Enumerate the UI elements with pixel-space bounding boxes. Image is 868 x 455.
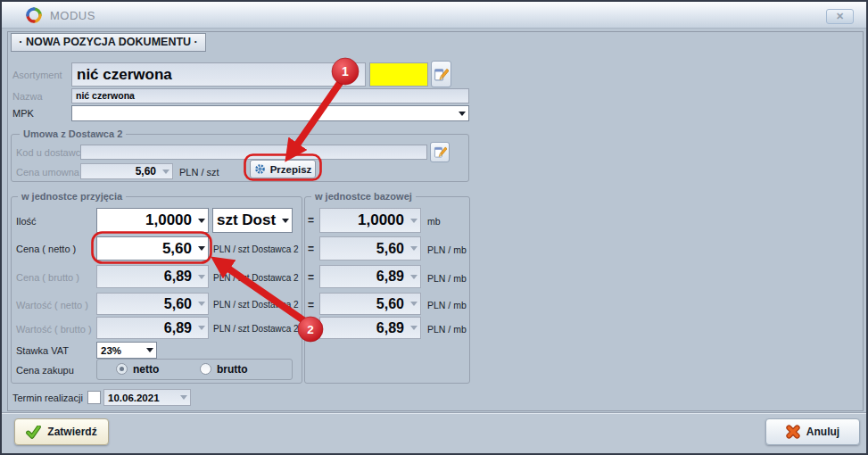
przepisz-button[interactable]: Przepisz — [250, 160, 316, 178]
ilosc-combo[interactable]: 1,0000 — [96, 208, 209, 233]
modus-dialog: MODUS ✕ · NOWA POZYCJA DOKUMENTU · Asort… — [0, 0, 868, 455]
radio-netto[interactable] — [116, 363, 128, 375]
bazowa-wartosc-brutto-unit: PLN / mb — [427, 324, 467, 335]
cena-umowna-combo: 5,60 — [80, 163, 173, 179]
chevron-down-icon — [195, 326, 208, 330]
chevron-down-icon — [279, 219, 292, 223]
bazowa-ilosc-unit: mb — [427, 216, 441, 227]
window-title: MODUS — [50, 9, 95, 22]
bazowa-group-title: w jednostce bazowej — [311, 191, 416, 202]
asortyment-color-field[interactable] — [369, 62, 428, 87]
cena-umowna-label: Cena umowna — [16, 167, 79, 178]
nazwa-field[interactable]: nić czerwona — [71, 88, 469, 103]
cena-netto-unit: PLN / szt Dostawca 2 — [213, 244, 299, 254]
chevron-down-icon — [178, 395, 190, 400]
modus-logo-icon — [25, 6, 43, 24]
cena-brutto-value: 6,89 — [97, 269, 195, 285]
chevron-down-icon — [408, 302, 420, 306]
zatwierdz-button[interactable]: Zatwierdź — [14, 418, 109, 445]
chevron-down-icon — [408, 275, 420, 279]
ilosc-unit-combo[interactable]: szt Dost — [212, 208, 293, 233]
mpk-dropdown[interactable] — [71, 105, 469, 121]
chevron-down-icon — [160, 170, 172, 174]
termin-date-combo: 10.06.2021 — [103, 389, 191, 406]
chevron-down-icon — [456, 112, 468, 116]
close-button[interactable]: ✕ — [826, 9, 854, 24]
radio-brutto[interactable] — [200, 363, 211, 375]
umowa-group-title: Umowa z Dostawca 2 — [20, 128, 126, 139]
ilosc-unit-value: szt Dost — [213, 211, 279, 229]
termin-checkbox[interactable] — [87, 391, 101, 404]
wartosc-brutto-combo: 6,89 — [96, 317, 209, 339]
cena-netto-combo[interactable]: 5,60 — [96, 236, 209, 261]
bazowa-cena-brutto-combo: 6,89 — [319, 265, 421, 288]
radio-netto-label: netto — [133, 363, 159, 376]
cena-netto-value: 5,60 — [97, 240, 195, 258]
cena-umowna-value: 5,60 — [81, 165, 160, 178]
bazowa-cena-brutto-value: 6,89 — [320, 269, 408, 285]
bazowa-wartosc-netto-combo: 5,60 — [319, 293, 421, 315]
cena-brutto-unit: PLN / szt Dostawca 2 — [213, 273, 299, 283]
footer-bar — [2, 412, 866, 453]
bazowa-ilosc-combo: 1,0000 — [319, 208, 421, 233]
radio-brutto-label: brutto — [217, 363, 248, 376]
title-bar: MODUS ✕ — [2, 2, 866, 29]
chevron-down-icon — [144, 348, 156, 352]
cena-brutto-label: Cena ( brutto ) — [16, 272, 79, 283]
edit-note-icon — [434, 67, 449, 82]
stawka-vat-dropdown[interactable]: 23% — [96, 342, 157, 359]
chevron-down-icon — [195, 246, 208, 251]
equals-sign: = — [308, 214, 314, 227]
wartosc-brutto-unit: PLN / szt Dostawca 2 — [213, 324, 299, 334]
asortyment-label: Asortyment — [12, 70, 62, 80]
edit-note-icon — [434, 145, 447, 159]
cena-netto-label: Cena ( netto ) — [16, 244, 76, 254]
wartosc-netto-value: 5,60 — [97, 296, 195, 312]
bazowa-wartosc-brutto-combo: 6,89 — [319, 317, 421, 339]
wartosc-netto-unit: PLN / szt Dostawca 2 — [213, 300, 299, 310]
chevron-down-icon — [408, 326, 420, 330]
wartosc-brutto-label: Wartość ( brutto ) — [16, 324, 92, 335]
asortyment-edit-button[interactable] — [431, 61, 451, 87]
bazowa-cena-brutto-unit: PLN / mb — [427, 273, 467, 284]
wartosc-netto-combo: 5,60 — [96, 293, 209, 315]
equals-sign: = — [308, 323, 314, 335]
nazwa-label: Nazwa — [12, 91, 43, 102]
mpk-label: MPK — [12, 108, 34, 119]
przepisz-label: Przepisz — [270, 164, 312, 175]
bazowa-cena-netto-combo: 5,60 — [319, 236, 421, 261]
bazowa-ilosc-value: 1,0000 — [320, 211, 408, 229]
equals-sign: = — [308, 243, 314, 255]
anuluj-button[interactable]: Anuluj — [765, 418, 860, 445]
equals-sign: = — [308, 271, 314, 284]
chevron-down-icon — [195, 219, 208, 223]
wartosc-brutto-value: 6,89 — [97, 320, 195, 336]
cancel-x-icon — [786, 425, 800, 439]
kod-u-dostawcy-field[interactable] — [80, 145, 427, 160]
ilosc-value: 1,0000 — [97, 211, 195, 229]
cena-umowna-unit: PLN / szt — [179, 167, 219, 178]
cena-zakupu-label: Cena zakupu — [16, 365, 74, 376]
bazowa-cena-netto-unit: PLN / mb — [427, 244, 467, 255]
chevron-down-icon — [195, 275, 208, 279]
equals-sign: = — [308, 299, 314, 311]
termin-label: Termin realizacji — [12, 393, 83, 403]
chevron-down-icon — [408, 246, 420, 251]
page-title: · NOWA POZYCJA DOKUMENTU · — [11, 33, 206, 52]
anuluj-label: Anuluj — [806, 426, 839, 438]
kod-edit-button[interactable] — [430, 142, 450, 162]
asortyment-field[interactable]: nić czerwona — [71, 62, 366, 87]
gear-icon — [254, 163, 266, 175]
ilosc-label: Ilość — [16, 216, 37, 227]
check-icon — [26, 426, 41, 439]
bazowa-wartosc-netto-value: 5,60 — [320, 296, 408, 312]
przyjecia-group-title: w jednostce przyjęcia — [18, 191, 126, 202]
chevron-down-icon — [408, 219, 420, 223]
bazowa-wartosc-brutto-value: 6,89 — [320, 320, 408, 336]
cena-brutto-combo: 6,89 — [96, 265, 209, 288]
bazowa-wartosc-netto-unit: PLN / mb — [427, 300, 467, 310]
stawka-vat-value: 23% — [97, 345, 144, 356]
stawka-vat-label: Stawka VAT — [16, 345, 69, 356]
chevron-down-icon — [195, 302, 208, 306]
bazowa-cena-netto-value: 5,60 — [320, 241, 408, 257]
